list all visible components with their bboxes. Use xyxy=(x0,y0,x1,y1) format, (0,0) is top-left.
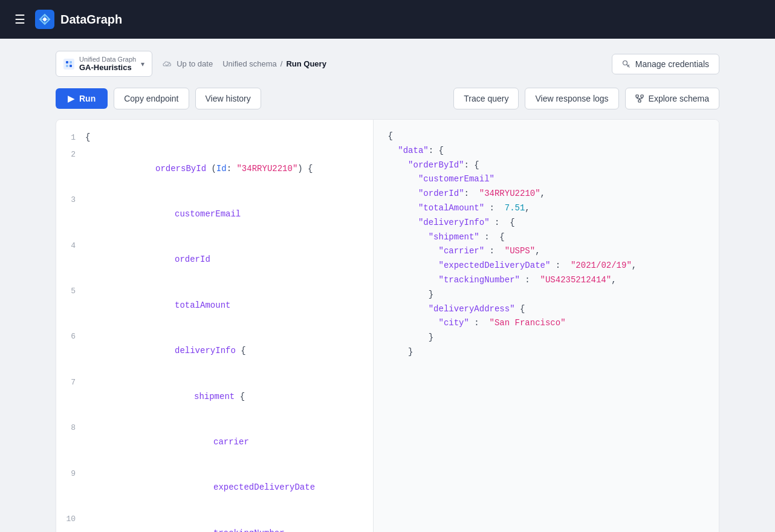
workspace-icon xyxy=(63,59,74,70)
breadcrumb-separator: / xyxy=(280,59,283,68)
response-panel: { "data": { "orderById": { "customerEmai… xyxy=(374,120,719,532)
response-line: { xyxy=(388,129,705,144)
code-line: 7 shipment { xyxy=(56,374,373,420)
response-line: } xyxy=(388,345,705,360)
response-line: "deliveryAddress" { xyxy=(388,302,705,317)
actions-row: Run Copy endpoint View history Trace que… xyxy=(56,88,719,109)
response-line: "totalAmount" : 7.51, xyxy=(388,201,705,216)
svg-rect-2 xyxy=(66,61,68,63)
code-line: 1 { xyxy=(56,129,373,146)
actions-left: Run Copy endpoint View history xyxy=(56,88,261,109)
view-response-logs-button[interactable]: View response logs xyxy=(525,88,618,109)
code-line: 8 carrier xyxy=(56,420,373,465)
response-line: "data": { xyxy=(388,144,705,158)
response-line: "trackingNumber" : "US4235212414", xyxy=(388,273,705,288)
copy-endpoint-button[interactable]: Copy endpoint xyxy=(114,88,189,109)
breadcrumb-current: Run Query xyxy=(286,59,326,68)
app-title: DataGraph xyxy=(60,13,122,27)
query-panel[interactable]: 1 { 2 ordersById (Id: "34RRYU2210") { 3 … xyxy=(56,120,374,532)
run-label: Run xyxy=(79,94,96,103)
editor-area: 1 { 2 ordersById (Id: "34RRYU2210") { 3 … xyxy=(56,119,719,532)
status-badge: Up to date xyxy=(162,59,213,70)
svg-rect-4 xyxy=(66,65,68,67)
copy-endpoint-label: Copy endpoint xyxy=(124,94,178,103)
manage-credentials-label: Manage credentials xyxy=(635,59,709,69)
explore-schema-label: Explore schema xyxy=(649,94,709,103)
svg-rect-9 xyxy=(638,100,641,102)
status-text: Up to date xyxy=(177,59,213,68)
code-line: 2 ordersById (Id: "34RRYU2210") { xyxy=(56,146,373,192)
response-line: "orderId": "34RRYU2210", xyxy=(388,187,705,201)
workspace-name: GA-Heuristics xyxy=(79,63,136,72)
code-line: 4 orderId xyxy=(56,238,373,283)
breadcrumb-schema: Unified schema xyxy=(222,59,277,68)
schema-icon xyxy=(635,94,644,103)
response-line: "orderById": { xyxy=(388,158,705,173)
code-line: 10 trackingNumber xyxy=(56,511,373,532)
svg-rect-3 xyxy=(70,61,72,63)
toolbar-left: Unified Data Graph GA-Heuristics ▾ Up to… xyxy=(56,51,326,77)
key-icon xyxy=(622,60,631,68)
breadcrumb: Unified schema / Run Query xyxy=(222,59,326,68)
svg-rect-5 xyxy=(70,65,72,67)
main-container: Unified Data Graph GA-Heuristics ▾ Up to… xyxy=(46,39,729,532)
response-line: "deliveryInfo" : { xyxy=(388,216,705,230)
response-line: } xyxy=(388,331,705,345)
workspace-label: Unified Data Graph xyxy=(79,56,136,63)
actions-right: Trace query View response logs Explore s… xyxy=(453,88,719,109)
code-line: 3 customerEmail xyxy=(56,192,373,237)
response-line: } xyxy=(388,288,705,302)
response-line: "city" : "San Francisco" xyxy=(388,316,705,331)
code-line: 9 expectedDeliveryDate xyxy=(56,465,373,511)
svg-point-1 xyxy=(43,18,47,21)
response-line: "shipment" : { xyxy=(388,230,705,245)
toolbar-row: Unified Data Graph GA-Heuristics ▾ Up to… xyxy=(56,51,719,77)
navbar: ☰ DataGraph xyxy=(0,0,775,39)
view-response-logs-label: View response logs xyxy=(535,94,608,103)
code-line: 6 deliveryInfo { xyxy=(56,328,373,374)
play-icon xyxy=(68,94,74,103)
hamburger-menu[interactable]: ☰ xyxy=(15,12,25,27)
logo-icon xyxy=(35,10,54,29)
code-line: 5 totalAmount xyxy=(56,283,373,328)
manage-credentials-button[interactable]: Manage credentials xyxy=(612,54,719,74)
response-line: "expectedDeliveryDate" : "2021/02/19", xyxy=(388,259,705,273)
svg-rect-8 xyxy=(641,95,643,97)
run-button[interactable]: Run xyxy=(56,88,108,109)
view-history-label: View history xyxy=(206,94,251,103)
trace-query-label: Trace query xyxy=(464,94,508,103)
chevron-down-icon: ▾ xyxy=(141,60,144,68)
view-history-button[interactable]: View history xyxy=(195,88,261,109)
workspace-selector[interactable]: Unified Data Graph GA-Heuristics ▾ xyxy=(56,51,152,77)
response-line: "customerEmail" xyxy=(388,172,705,187)
app-logo: DataGraph xyxy=(35,10,122,29)
svg-rect-7 xyxy=(636,95,638,97)
workspace-text: Unified Data Graph GA-Heuristics xyxy=(79,56,136,72)
response-line: "carrier" : "USPS", xyxy=(388,244,705,259)
trace-query-button[interactable]: Trace query xyxy=(453,88,519,109)
explore-schema-button[interactable]: Explore schema xyxy=(625,88,719,109)
cloud-icon xyxy=(162,59,173,70)
